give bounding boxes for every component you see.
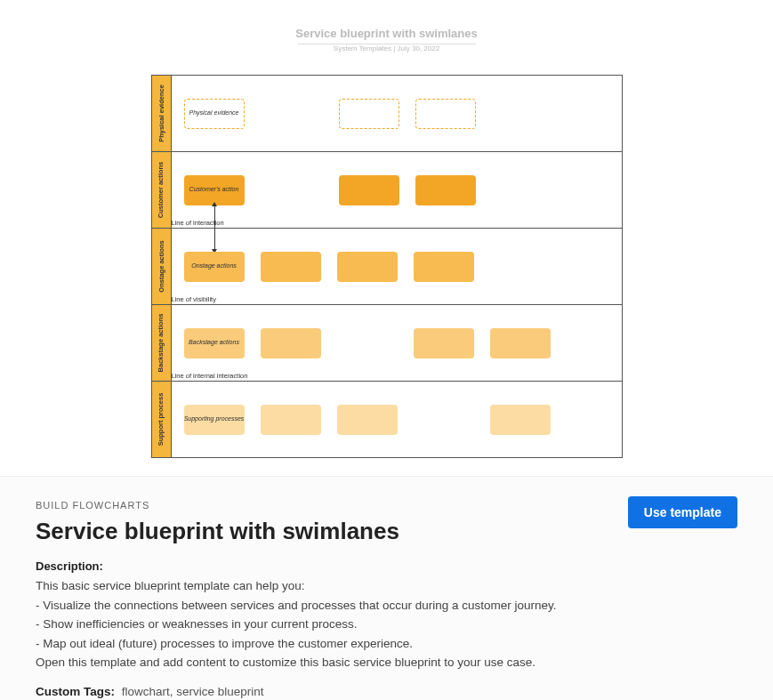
physical-evidence-box: Physical evidence [184, 99, 245, 129]
description-line: This basic service blueprint template ca… [36, 576, 737, 596]
onstage-action-box-empty [337, 252, 398, 282]
lane-body: Physical evidence [172, 76, 622, 151]
physical-evidence-box-empty [339, 99, 399, 129]
lane-customer-actions: Customer actions Customer's action Line … [152, 151, 622, 228]
spacer [337, 328, 398, 358]
support-process-box-empty [261, 405, 321, 435]
description-label: Description: [36, 559, 737, 573]
preview-header: Service blueprint with swimlanes System … [0, 27, 773, 52]
description-line: - Map out ideal (future) processes to im… [36, 634, 737, 654]
preview-meta-source: System Templates [334, 44, 391, 52]
tags-row: Custom Tags: flowchart, service blueprin… [36, 685, 737, 698]
preview-title: Service blueprint with swimlanes [0, 27, 773, 40]
onstage-action-box: Onstage actions [184, 252, 245, 282]
onstage-action-box-empty [261, 252, 321, 282]
template-preview: Service blueprint with swimlanes System … [0, 0, 773, 476]
lane-body: Backstage actions Line of internal inter… [172, 305, 622, 381]
description-line: - Visualize the connections between serv… [36, 596, 737, 616]
customer-action-box-empty [339, 175, 399, 205]
lane-label-support-process: Support process [152, 382, 172, 457]
lane-body: Onstage actions Line of visibility [172, 229, 622, 304]
onstage-action-box-empty [414, 252, 474, 282]
customer-action-box: Customer's action [184, 175, 245, 205]
tags-value: flowchart, service blueprint [122, 685, 264, 698]
lane-label-text: Customer actions [157, 162, 165, 218]
box-text: Supporting processes [184, 415, 245, 422]
lane-label-text: Physical evidence [157, 84, 165, 142]
lane-body: Customer's action Line of interaction [172, 152, 622, 228]
lane-physical-evidence: Physical evidence Physical evidence [152, 76, 622, 151]
lane-label-text: Support process [157, 393, 165, 447]
lane-label-physical-evidence: Physical evidence [152, 76, 172, 151]
support-process-box-empty [490, 405, 551, 435]
backstage-action-box: Backstage actions [184, 328, 245, 358]
lane-support-process: Support process Supporting processes [152, 381, 622, 457]
tags-label: Custom Tags: [36, 685, 115, 698]
preview-meta: System Templates | July 30, 2022 [0, 44, 773, 52]
lane-backstage-actions: Backstage actions Backstage actions Line… [152, 304, 622, 381]
backstage-action-box-empty [490, 328, 551, 358]
box-text: Physical evidence [189, 109, 238, 117]
customer-action-box-empty [415, 175, 476, 205]
box-text: Backstage actions [189, 339, 239, 346]
lane-label-text: Onstage actions [157, 240, 165, 292]
description-text: This basic service blueprint template ca… [36, 576, 737, 672]
use-template-button[interactable]: Use template [628, 496, 737, 528]
template-info-panel: Use template BUILD FLOWCHARTS Service bl… [0, 476, 773, 700]
lane-onstage-actions: Onstage actions Onstage actions Line of … [152, 228, 622, 304]
box-text: Onstage actions [191, 262, 237, 270]
preview-meta-date: July 30, 2022 [398, 44, 440, 52]
description-line: Open this template and add content to cu… [36, 653, 737, 672]
lane-label-text: Backstage actions [157, 314, 165, 373]
blueprint-diagram: Physical evidence Physical evidence Cust… [151, 75, 623, 458]
box-text: Customer's action [189, 186, 239, 193]
description-line: - Show inefficiencies or weaknesses in y… [36, 615, 737, 634]
backstage-action-box-empty [414, 328, 474, 358]
spacer [414, 405, 474, 435]
lane-body: Supporting processes [172, 382, 622, 457]
physical-evidence-box-empty [415, 99, 476, 129]
lane-label-onstage-actions: Onstage actions [152, 229, 172, 304]
support-process-box-empty [337, 405, 398, 435]
lane-label-customer-actions: Customer actions [152, 152, 172, 228]
lane-label-backstage-actions: Backstage actions [152, 305, 172, 381]
backstage-action-box-empty [261, 328, 321, 358]
support-process-box: Supporting processes [184, 405, 245, 435]
